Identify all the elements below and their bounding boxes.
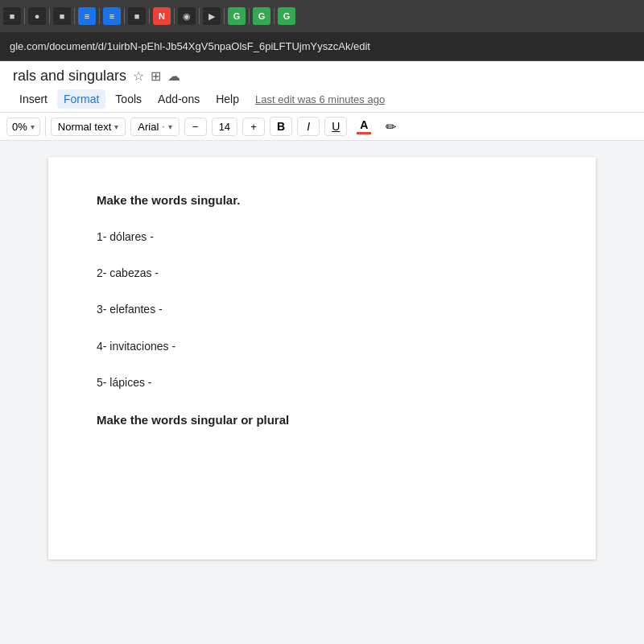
tab-sep-4: [99, 8, 100, 24]
document-content: Make the words singular. 1- dólares - 2-…: [97, 189, 547, 431]
tab-icon-google2[interactable]: G: [253, 7, 270, 25]
font-color-button[interactable]: A: [352, 116, 376, 137]
folder-icon[interactable]: ⊞: [151, 68, 161, 84]
list-item-1: 1- dólares -: [97, 227, 547, 247]
tab-icon-6[interactable]: ▶: [203, 7, 221, 25]
document-page: Make the words singular. 1- dólares - 2-…: [48, 157, 596, 559]
tab-icon-netflix[interactable]: N: [153, 7, 171, 25]
tab-icon-docs2[interactable]: ≡: [103, 7, 121, 25]
tab-sep-10: [249, 8, 250, 24]
tab-icon-google3[interactable]: G: [278, 7, 295, 25]
font-size-value: 14: [219, 121, 230, 133]
font-size-increase-button[interactable]: +: [242, 118, 265, 136]
document-header: rals and singulars ☆ ⊞ ☁ Insert Format T…: [0, 61, 644, 113]
font-color-bar: [357, 132, 371, 134]
menu-addons[interactable]: Add-ons: [151, 89, 206, 109]
font-size-decrease-button[interactable]: −: [184, 118, 207, 136]
font-dropdown[interactable]: Arial · ▾: [130, 118, 179, 136]
tab-icon-docs1[interactable]: ≡: [78, 7, 96, 25]
font-size-input[interactable]: 14: [212, 118, 237, 136]
document-body: Make the words singular. 1- dólares - 2-…: [0, 141, 644, 635]
pencil-button[interactable]: ✏: [381, 117, 401, 137]
tab-icon-3[interactable]: ■: [53, 7, 71, 25]
footer-instruction-text: Make the words singular or plural: [97, 409, 547, 431]
tab-sep-2: [49, 8, 50, 24]
tab-sep-3: [74, 8, 75, 24]
italic-button[interactable]: I: [297, 117, 320, 136]
tab-icon-2[interactable]: ●: [28, 7, 46, 25]
menu-bar: Insert Format Tools Add-ons Help Last ed…: [13, 88, 631, 112]
pencil-icon: ✏: [386, 120, 396, 134]
list-item-5: 5- lápices -: [97, 373, 547, 393]
zoom-control[interactable]: 0% ▾: [6, 118, 40, 136]
cloud-icon[interactable]: ☁: [167, 68, 180, 84]
tab-sep-11: [274, 8, 275, 24]
zoom-chevron-icon: ▾: [31, 122, 35, 131]
font-color-letter: A: [360, 118, 368, 131]
tab-icon-4[interactable]: ■: [128, 7, 146, 25]
style-dropdown[interactable]: Normal text ▾: [51, 118, 126, 136]
menu-tools[interactable]: Tools: [109, 89, 148, 109]
tab-icon-google1[interactable]: G: [228, 7, 246, 25]
tab-icon-1[interactable]: ■: [3, 7, 21, 25]
toolbar: 0% ▾ Normal text ▾ Arial · ▾ − 14 + B I …: [0, 113, 644, 141]
menu-insert[interactable]: Insert: [13, 89, 54, 109]
font-label: Arial: [138, 121, 159, 133]
menu-help[interactable]: Help: [209, 89, 246, 109]
doc-title-row: rals and singulars ☆ ⊞ ☁: [13, 68, 631, 88]
zoom-value: 0%: [12, 121, 27, 133]
tab-sep-8: [199, 8, 200, 24]
tab-sep-1: [24, 8, 25, 24]
list-item-2: 2- cabezas -: [97, 263, 547, 283]
url-text: gle.com/document/d/1uirbN-pEhl-Jb54XgV5n…: [10, 40, 370, 52]
doc-title: rals and singulars: [13, 68, 126, 85]
tab-sep-7: [174, 8, 175, 24]
instruction-text: Make the words singular.: [97, 189, 547, 211]
last-edit-text[interactable]: Last edit was 6 minutes ago: [255, 93, 385, 105]
toolbar-sep-1: [45, 117, 46, 136]
tab-icon-5[interactable]: ◉: [178, 7, 196, 25]
style-label: Normal text: [58, 121, 111, 133]
star-icon[interactable]: ☆: [133, 68, 144, 84]
font-dot: ·: [162, 121, 164, 132]
tab-sep-5: [124, 8, 125, 24]
browser-tab-bar: ■ ● ■ ≡ ≡ ■ N ◉ ▶ G G G: [0, 0, 644, 32]
style-chevron-icon: ▾: [114, 122, 118, 131]
underline-button[interactable]: U: [324, 117, 347, 136]
menu-format[interactable]: Format: [57, 89, 105, 109]
list-item-4: 4- invitaciones -: [97, 336, 547, 357]
tab-sep-6: [149, 8, 150, 24]
tab-sep-9: [224, 8, 225, 24]
bold-button[interactable]: B: [270, 117, 292, 136]
address-bar[interactable]: gle.com/document/d/1uirbN-pEhl-Jb54XgV5n…: [0, 32, 644, 61]
font-chevron-icon: ▾: [168, 122, 172, 131]
list-item-3: 3- elefantes -: [97, 299, 547, 320]
